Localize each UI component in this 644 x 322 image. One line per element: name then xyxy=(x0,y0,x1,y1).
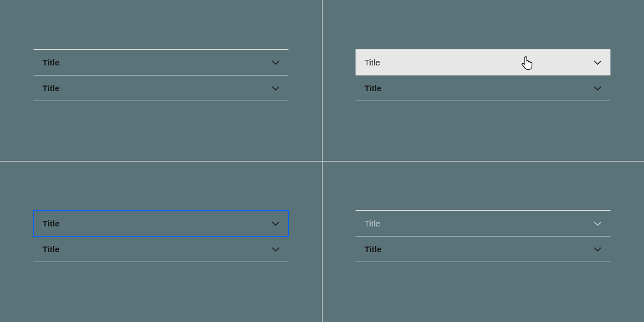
accordion-item-focus[interactable]: Title xyxy=(34,211,288,236)
chevron-down-icon xyxy=(594,221,602,226)
accordion-list: Title Title xyxy=(34,210,288,262)
accordion-title: Title xyxy=(42,219,60,228)
accordion-state-default: Title Title xyxy=(0,0,322,161)
accordion-title: Title xyxy=(42,58,60,67)
accordion-title: Title xyxy=(364,83,382,93)
chevron-down-icon xyxy=(594,86,602,91)
grid-divider-horizontal xyxy=(0,161,644,162)
accordion-item[interactable]: Title xyxy=(356,75,610,101)
accordion-list: Title Title xyxy=(356,49,610,101)
accordion-item-disabled: Title xyxy=(356,211,610,236)
accordion-state-focus: Title Title xyxy=(0,161,322,322)
accordion-item-hover[interactable]: Title xyxy=(356,50,610,75)
accordion-item[interactable]: Title xyxy=(34,236,288,262)
chevron-down-icon xyxy=(272,86,280,91)
accordion-item[interactable]: Title xyxy=(34,50,288,75)
accordion-list: Title Title xyxy=(356,210,610,262)
chevron-down-icon xyxy=(594,60,602,65)
accordion-item[interactable]: Title xyxy=(34,75,288,101)
accordion-state-hover: Title Title xyxy=(322,0,644,161)
accordion-list: Title Title xyxy=(34,49,288,101)
chevron-down-icon xyxy=(272,60,280,65)
accordion-title: Title xyxy=(42,244,60,254)
chevron-down-icon xyxy=(272,247,280,252)
accordion-title: Title xyxy=(364,244,382,254)
accordion-title: Title xyxy=(364,219,380,228)
accordion-title: Title xyxy=(364,58,380,67)
accordion-title: Title xyxy=(42,83,60,93)
chevron-down-icon xyxy=(272,221,280,226)
chevron-down-icon xyxy=(594,247,602,252)
accordion-item[interactable]: Title xyxy=(356,236,610,262)
accordion-state-disabled: Title Title xyxy=(322,161,644,322)
